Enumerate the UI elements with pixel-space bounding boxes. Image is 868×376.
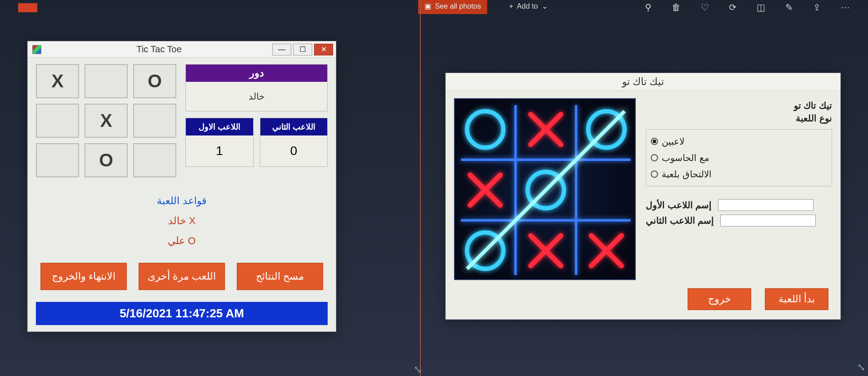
maximize-button[interactable]: ☐ [293, 44, 312, 55]
chevron-down-icon: ⌄ [542, 2, 548, 10]
window-title: تيك تاك تو [446, 73, 840, 91]
cell-1[interactable] [85, 64, 128, 98]
minimize-button[interactable]: — [272, 44, 291, 55]
game-type-radios: لاعبين مع الحاسوب الالتحاق بلعبة [646, 129, 832, 186]
turn-player: خالد [186, 82, 327, 111]
resize-handle-right[interactable]: ⤡ [857, 361, 865, 373]
cell-6[interactable] [36, 143, 79, 177]
play-again-button[interactable]: اللعب مرة أخرى [139, 263, 225, 290]
radio-label: مع الحاسوب [662, 152, 709, 163]
player1-name-input[interactable] [718, 199, 813, 211]
photos-toolbar: ▣ See all photos + Add to ⌄ ⚲ 🗑 ♡ ⟳ ◫ ✎ … [0, 0, 868, 15]
setup-buttons: خروج بدأ اللعبة [446, 288, 840, 310]
see-all-label: See all photos [435, 2, 481, 10]
svg-point-4 [467, 111, 504, 148]
share-icon[interactable]: ⇪ [813, 2, 821, 13]
add-to-label: Add to [517, 2, 538, 10]
rules-link[interactable]: قواعد اللعبة [36, 191, 328, 211]
clear-results-button[interactable]: مسح النتائج [237, 263, 323, 290]
radio-two-players[interactable]: لاعبين [651, 133, 827, 150]
form-title: تيك تاك تو [646, 100, 832, 111]
player1-header: اللاعب الاول [186, 118, 253, 135]
turn-panel: دور خالد [185, 64, 328, 111]
neon-board-image [454, 98, 636, 280]
game-type-label: نوع اللعبة [646, 113, 832, 124]
finish-exit-button[interactable]: الانتهاء والخروج [40, 263, 127, 290]
player2-name-input[interactable] [720, 215, 816, 226]
radio-icon [651, 170, 658, 178]
window-title: Tic Tac Toe [46, 44, 272, 55]
cell-4[interactable]: X [85, 104, 128, 138]
start-game-button[interactable]: بدأ اللعبة [765, 288, 828, 310]
app-icon [32, 45, 41, 54]
radio-label: الالتحاق بلعبة [662, 169, 712, 180]
turn-header: دور [186, 65, 327, 82]
rotate-icon[interactable]: ⟳ [729, 2, 737, 13]
delete-icon[interactable]: 🗑 [672, 2, 681, 13]
cell-7[interactable]: O [85, 143, 128, 177]
resize-handle-left[interactable]: ⤡ [414, 364, 422, 376]
photos-tools: ⚲ 🗑 ♡ ⟳ ◫ ✎ ⇪ ⋯ [645, 2, 850, 13]
player1-name-label: إسم اللاعب الأول [646, 200, 712, 211]
draw-icon[interactable]: ✎ [785, 2, 793, 13]
cell-5[interactable] [133, 104, 176, 138]
add-to-button[interactable]: + Add to ⌄ [509, 2, 548, 10]
accent-bar [18, 3, 37, 12]
close-button[interactable]: ✕ [314, 44, 333, 55]
crop-icon[interactable]: ◫ [757, 2, 765, 13]
rules-block: قواعد اللعبة خالد X علي O [36, 191, 328, 251]
setup-form: تيك تاك تو نوع اللعبة لاعبين مع الحاسوب … [646, 98, 832, 280]
player2-score: 0 [260, 135, 328, 166]
exit-button[interactable]: خروج [688, 288, 751, 310]
score-panel: اللاعب الاول 1 اللاعب الثاني 0 [185, 118, 328, 167]
player2-header: اللاعب الثاني [260, 118, 328, 135]
cell-8[interactable] [133, 143, 176, 177]
titlebar: Tic Tac Toe — ☐ ✕ [28, 41, 336, 58]
more-icon[interactable]: ⋯ [841, 2, 850, 13]
zoom-icon[interactable]: ⚲ [645, 2, 652, 13]
radio-icon [651, 154, 658, 161]
action-buttons: الانتهاء والخروج اللعب مرة أخرى مسح النت… [36, 263, 328, 290]
game-window-left: Tic Tac Toe — ☐ ✕ X O X O دور خالد [27, 41, 336, 332]
radio-label: لاعبين [662, 136, 684, 147]
see-all-photos-button[interactable]: ▣ See all photos [418, 0, 487, 14]
player-x-label: خالد X [36, 211, 328, 231]
cell-0[interactable]: X [36, 64, 79, 98]
favorite-icon[interactable]: ♡ [701, 2, 709, 13]
player-o-label: علي O [36, 231, 328, 251]
plus-icon: + [509, 2, 513, 10]
cell-3[interactable] [36, 104, 79, 138]
pane-divider [420, 0, 421, 376]
radio-join-game[interactable]: الالتحاق بلعبة [651, 166, 827, 182]
game-board: X O X O [36, 64, 176, 177]
player1-name-row: إسم اللاعب الأول [646, 199, 832, 211]
player1-score: 1 [186, 135, 253, 166]
radio-icon [651, 138, 658, 145]
cell-2[interactable]: O [133, 64, 176, 98]
game-window-right: تيك تاك تو [445, 73, 841, 320]
player2-name-label: إسم اللاعب الثاني [646, 215, 714, 226]
radio-vs-computer[interactable]: مع الحاسوب [651, 150, 827, 166]
timestamp-bar: 5/16/2021 11:47:25 AM [36, 302, 328, 325]
gallery-icon: ▣ [424, 2, 431, 10]
player2-name-row: إسم اللاعب الثاني [646, 215, 832, 226]
